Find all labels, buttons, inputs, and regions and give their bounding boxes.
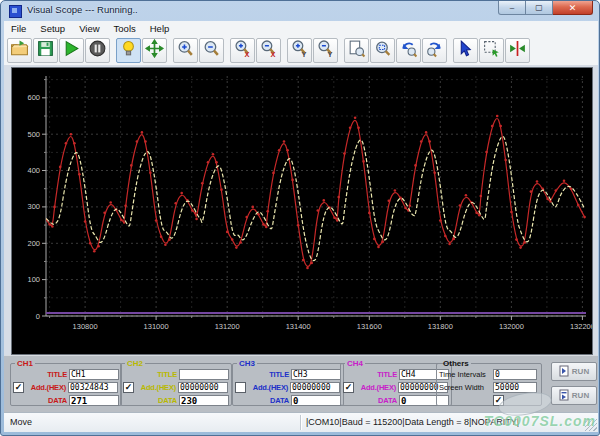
run-icon — [559, 389, 569, 403]
addr-input[interactable] — [178, 382, 228, 393]
screen-width-label: Screen Width — [439, 383, 491, 392]
zoom-y-out-button[interactable]: Y — [313, 38, 338, 63]
title-input[interactable] — [69, 369, 119, 380]
run-icon — [559, 365, 569, 379]
data-value[interactable] — [179, 395, 229, 406]
title-label: TITLE — [27, 370, 67, 379]
pause-button[interactable] — [85, 38, 110, 63]
others-checkbox[interactable] — [493, 395, 504, 406]
zoom-window-button[interactable] — [370, 38, 395, 63]
addr-input[interactable] — [290, 382, 340, 393]
svg-text:Y: Y — [302, 49, 307, 57]
addr-checkbox[interactable] — [235, 382, 246, 393]
pointer-button[interactable] — [453, 38, 478, 63]
svg-text:131600: 131600 — [357, 322, 382, 331]
window-title: Visual Scope --- Running.. — [27, 4, 138, 15]
resize-grip[interactable] — [585, 419, 597, 431]
markers-icon — [508, 39, 527, 62]
addr-checkbox[interactable] — [343, 382, 354, 393]
zoom-x-in-button[interactable]: X — [230, 38, 255, 63]
zoom-fit-page-button[interactable] — [344, 38, 369, 63]
data-value[interactable] — [69, 395, 119, 406]
scope-plot[interactable]: 0100200300400500600130800131000131200131… — [12, 68, 592, 354]
channel-group-ch2: CH2TITLEAdd.(HEX)DATA — [120, 359, 232, 406]
run-button-2[interactable]: RUN — [551, 386, 597, 405]
app-icon — [9, 5, 22, 18]
zoom-x-out-icon: X — [259, 39, 278, 62]
run-button-1[interactable]: RUN — [551, 362, 597, 381]
redo-zoom-icon — [425, 39, 444, 62]
measure-markers-button[interactable] — [505, 38, 530, 63]
title-input[interactable] — [291, 369, 341, 380]
floppy-icon — [36, 39, 55, 62]
svg-text:X: X — [245, 49, 250, 57]
channel-caption: CH1 — [15, 359, 35, 368]
screen-width-input[interactable] — [493, 382, 537, 393]
data-value[interactable] — [291, 395, 341, 406]
scope-chart[interactable]: 0100200300400500600130800131000131200131… — [11, 67, 593, 355]
channel-group-ch3: CH3TITLEAdd.(HEX)DATA — [232, 359, 344, 406]
svg-text:131200: 131200 — [215, 322, 240, 331]
data-label: DATA — [137, 396, 177, 405]
move-button[interactable] — [142, 38, 167, 63]
addr-label: Add.(HEX) — [356, 383, 396, 392]
channel-caption: CH2 — [125, 359, 145, 368]
zoom-x-out-button[interactable]: X — [256, 38, 281, 63]
data-label: DATA — [357, 396, 397, 405]
maximize-button[interactable]: ▢ — [526, 1, 553, 15]
menu-help[interactable]: Help — [143, 23, 177, 34]
svg-text:131000: 131000 — [144, 322, 169, 331]
minimize-button[interactable]: – — [498, 1, 526, 15]
status-bar: Move |COM10|Baud = 115200|Data Length = … — [4, 412, 598, 432]
play-icon — [62, 39, 81, 62]
menu-tools[interactable]: Tools — [107, 23, 143, 34]
open-file-button[interactable] — [7, 38, 32, 63]
select-region-button[interactable] — [479, 38, 504, 63]
light-bulb-icon — [119, 39, 138, 62]
toolbar: X X Y Y — [4, 35, 598, 65]
zoom-redo-button[interactable] — [422, 38, 447, 63]
svg-text:130800: 130800 — [73, 322, 98, 331]
menu-file[interactable]: File — [4, 23, 33, 34]
channel-group-ch1: CH1TITLEAdd.(HEX)DATA — [10, 359, 122, 406]
zoom-in-button[interactable] — [173, 38, 198, 63]
time-intervals-label: Time Intervals — [439, 370, 491, 379]
title-input[interactable] — [179, 369, 229, 380]
dashed-select-icon — [482, 39, 501, 62]
channel-panel: CH1TITLEAdd.(HEX)DATACH2TITLEAdd.(HEX)DA… — [4, 355, 598, 413]
start-button[interactable] — [59, 38, 84, 63]
svg-text:200: 200 — [27, 239, 40, 248]
svg-text:131400: 131400 — [286, 322, 311, 331]
zoom-y-in-button[interactable]: Y — [287, 38, 312, 63]
zoom-window-icon — [373, 39, 392, 62]
addr-checkbox[interactable] — [123, 382, 134, 393]
open-folder-icon — [10, 39, 29, 62]
status-com-settings: |COM10|Baud = 115200|Data Length = 8|NOP… — [306, 417, 519, 427]
status-mode: Move — [10, 417, 32, 427]
menu-view[interactable]: View — [72, 23, 106, 34]
save-button[interactable] — [33, 38, 58, 63]
svg-text:Y: Y — [328, 49, 333, 57]
addr-input[interactable] — [68, 382, 118, 393]
status-divider — [300, 415, 301, 430]
zoom-in-icon — [176, 39, 195, 62]
addr-label: Add.(HEX) — [136, 383, 176, 392]
svg-text:0: 0 — [36, 312, 40, 321]
title-bar[interactable]: Visual Scope --- Running.. – ▢ ✕ — [1, 1, 600, 21]
svg-text:100: 100 — [27, 275, 40, 284]
menu-setup[interactable]: Setup — [33, 23, 72, 34]
channel-caption: CH4 — [345, 359, 365, 368]
others-caption: Others — [441, 359, 471, 368]
svg-text:131800: 131800 — [428, 322, 453, 331]
addr-checkbox[interactable] — [13, 382, 24, 393]
svg-text:132200: 132200 — [570, 322, 592, 331]
undo-zoom-icon — [399, 39, 418, 62]
visual-scope-window: Visual Scope --- Running.. – ▢ ✕ File Se… — [0, 0, 600, 436]
data-label: DATA — [27, 396, 67, 405]
light-toggle-button[interactable] — [116, 38, 141, 63]
cursor-arrow-icon — [456, 39, 475, 62]
zoom-undo-button[interactable] — [396, 38, 421, 63]
close-button[interactable]: ✕ — [553, 1, 593, 15]
time-intervals-input[interactable] — [493, 369, 537, 380]
zoom-out-button[interactable] — [199, 38, 224, 63]
